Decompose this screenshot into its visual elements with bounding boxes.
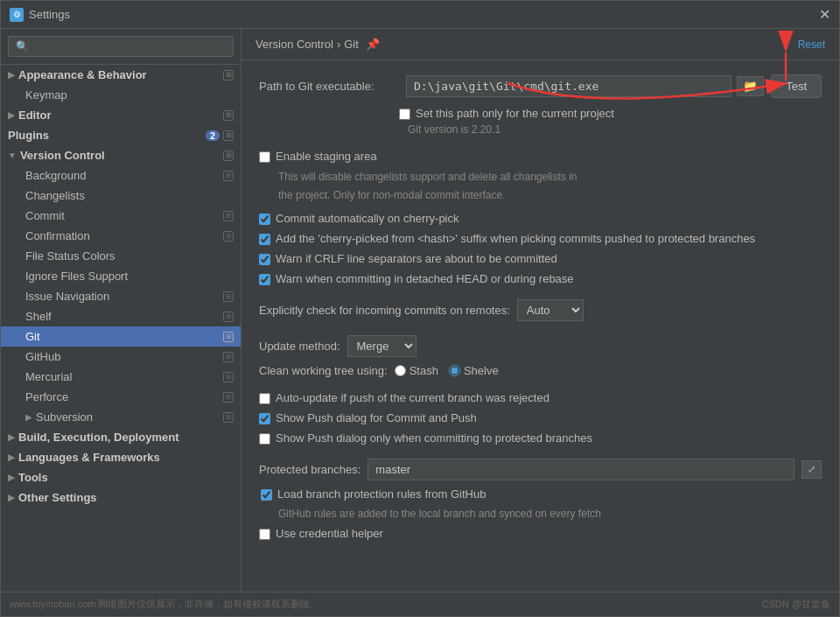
sidebar-item-mercurial[interactable]: Mercurial ⊞ — [1, 367, 241, 387]
path-input[interactable] — [406, 75, 732, 97]
update-method-select[interactable]: Merge Rebase — [347, 335, 416, 357]
radio-shelve-label[interactable]: Shelve — [449, 364, 499, 377]
breadcrumb-arrow: › — [337, 38, 340, 51]
sidebar-item-shelf[interactable]: Shelf ⊞ — [1, 306, 241, 326]
radio-stash[interactable] — [395, 365, 406, 376]
warn-detached-label[interactable]: Warn when committing in detached HEAD or… — [276, 272, 574, 285]
load-rules-label[interactable]: Load branch protection rules from GitHub — [277, 487, 486, 501]
load-rules-checkbox[interactable] — [261, 489, 272, 501]
enable-staging-label[interactable]: Enable staging area — [276, 150, 377, 163]
show-push-only-label[interactable]: Show Push dialog only when committing to… — [276, 431, 592, 445]
commit-cherry-label[interactable]: Commit automatically on cherry-pick — [276, 212, 459, 225]
sidebar-item-perforce[interactable]: Perforce ⊞ — [1, 387, 241, 407]
gear-icon-conf: ⊞ — [223, 231, 234, 242]
protected-input[interactable] — [368, 459, 794, 480]
show-push-only-checkbox[interactable] — [259, 433, 270, 445]
radio-stash-label[interactable]: Stash — [395, 364, 438, 377]
sidebar-item-build[interactable]: ▶ Build, Execution, Deployment — [1, 427, 241, 447]
chevron-down-icon-vc: ▼ — [8, 151, 17, 160]
sidebar-item-keymap[interactable]: Keymap — [1, 85, 241, 105]
use-credential-row: Use credential helper — [259, 527, 822, 540]
sidebar-item-git[interactable]: Git ⊞ — [1, 326, 241, 347]
load-branch-rules-row: Load branch protection rules from GitHub — [261, 487, 822, 501]
sidebar: ▶ Appearance & Behavior ⊞ Keymap ▶ Edito… — [1, 29, 242, 592]
sidebar-item-github[interactable]: GitHub ⊞ — [1, 347, 241, 367]
warn-crlf-label[interactable]: Warn if CRLF line separators are about t… — [276, 252, 557, 265]
gear-icon-editor: ⊞ — [223, 110, 234, 121]
sidebar-item-version-control[interactable]: ▼ Version Control ⊞ — [1, 145, 241, 165]
auto-update-row: Auto-update if push of the current branc… — [259, 391, 822, 404]
commit-cherry-checkbox[interactable] — [259, 214, 270, 225]
sidebar-item-other[interactable]: ▶ Other Settings — [1, 487, 241, 508]
enable-staging-checkbox[interactable] — [259, 151, 270, 163]
use-credential-checkbox[interactable] — [259, 529, 270, 540]
sidebar-item-issue-nav[interactable]: Issue Navigation ⊞ — [1, 286, 241, 306]
settings-window: ⚙ Settings ✕ ▶ Appearance & Behavior ⊞ K… — [0, 0, 840, 617]
use-credential-label[interactable]: Use credential helper — [276, 527, 383, 540]
warn-crlf-checkbox[interactable] — [259, 254, 270, 265]
sidebar-label-shelf: Shelf — [25, 310, 52, 323]
sidebar-item-changelists[interactable]: Changelists — [1, 186, 241, 206]
radio-shelve[interactable] — [449, 365, 460, 376]
add-suffix-checkbox[interactable] — [259, 234, 270, 245]
sidebar-label-background: Background — [25, 169, 86, 182]
test-button[interactable]: Test — [771, 74, 822, 98]
sidebar-item-ignore-files[interactable]: Ignore Files Support — [1, 266, 241, 286]
bottom-right-text: CSDN @甘棠鱼 — [762, 598, 830, 611]
title-bar: ⚙ Settings ✕ — [1, 1, 839, 29]
sidebar-item-subversion[interactable]: ▶ Subversion ⊞ — [1, 407, 241, 427]
explicit-check-select[interactable]: Auto Always Never — [517, 299, 584, 321]
show-push-label[interactable]: Show Push dialog for Commit and Push — [276, 411, 477, 424]
sidebar-label-git: Git — [25, 330, 40, 343]
gear-icon-vc: ⊞ — [223, 151, 234, 161]
chevron-right-icon-build: ▶ — [8, 432, 15, 442]
show-push-row: Show Push dialog for Commit and Push — [259, 411, 822, 424]
sidebar-label-issue: Issue Navigation — [25, 290, 109, 303]
title-bar-left: ⚙ Settings — [10, 8, 70, 22]
sidebar-item-tools[interactable]: ▶ Tools — [1, 467, 241, 487]
main-content: Version Control › Git 📌 Reset Path to Gi… — [242, 29, 839, 592]
sidebar-label-build: Build, Execution, Deployment — [18, 431, 178, 444]
reset-button[interactable]: Reset — [798, 39, 825, 51]
set-path-checkbox[interactable] — [399, 109, 410, 120]
close-button[interactable]: ✕ — [819, 8, 830, 22]
sidebar-item-languages[interactable]: ▶ Languages & Frameworks — [1, 447, 241, 467]
github-note: GitHub rules are added to the local bran… — [278, 508, 822, 520]
sidebar-item-file-status-colors[interactable]: File Status Colors — [1, 246, 241, 266]
sidebar-item-background[interactable]: Background ⊞ — [1, 165, 241, 186]
path-input-container: 📁 — [406, 75, 764, 97]
search-input[interactable] — [8, 36, 234, 57]
show-push-checkbox[interactable] — [259, 413, 270, 424]
git-path-row: Path to Git executable: 📁 Test — [259, 74, 822, 98]
folder-button[interactable]: 📁 — [737, 76, 764, 96]
sidebar-label-editor: Editor — [18, 109, 52, 122]
sidebar-item-confirmation[interactable]: Confirmation ⊞ — [1, 226, 241, 246]
update-method-label: Update method: — [259, 340, 340, 353]
gear-icon: ⊞ — [223, 70, 234, 81]
explicit-check-row: Explicitly check for incoming commits on… — [259, 299, 822, 321]
gear-icon-merc: ⊞ — [223, 372, 234, 382]
sidebar-label-perforce: Perforce — [25, 390, 68, 403]
set-path-row: Set this path only for the current proje… — [399, 107, 822, 120]
chevron-right-icon-tools: ▶ — [8, 473, 15, 482]
stash-label: Stash — [410, 364, 438, 377]
main-header: Version Control › Git 📌 Reset — [242, 29, 839, 60]
sidebar-item-commit[interactable]: Commit ⊞ — [1, 206, 241, 226]
sidebar-item-editor[interactable]: ▶ Editor ⊞ — [1, 105, 241, 125]
chevron-right-icon-svn: ▶ — [25, 412, 32, 422]
sidebar-item-appearance[interactable]: ▶ Appearance & Behavior ⊞ — [1, 65, 241, 85]
add-suffix-label[interactable]: Add the 'cherry-picked from <hash>' suff… — [276, 232, 755, 245]
chevron-right-icon-editor: ▶ — [8, 110, 15, 120]
auto-update-label[interactable]: Auto-update if push of the current branc… — [276, 391, 550, 404]
warn-detached-checkbox[interactable] — [259, 274, 270, 285]
set-path-label[interactable]: Set this path only for the current proje… — [416, 107, 614, 120]
gear-icon-issue: ⊞ — [223, 291, 234, 302]
add-suffix-row: Add the 'cherry-picked from <hash>' suff… — [259, 232, 822, 245]
auto-update-checkbox[interactable] — [259, 393, 270, 404]
sidebar-label-languages: Languages & Frameworks — [18, 451, 160, 464]
sidebar-label-mercurial: Mercurial — [25, 370, 72, 383]
sidebar-item-plugins[interactable]: Plugins 2 ⊞ — [1, 125, 241, 145]
window-title: Settings — [29, 8, 70, 21]
expand-button[interactable]: ⤢ — [802, 460, 822, 479]
protected-branches-row: Protected branches: ⤢ — [259, 459, 822, 480]
